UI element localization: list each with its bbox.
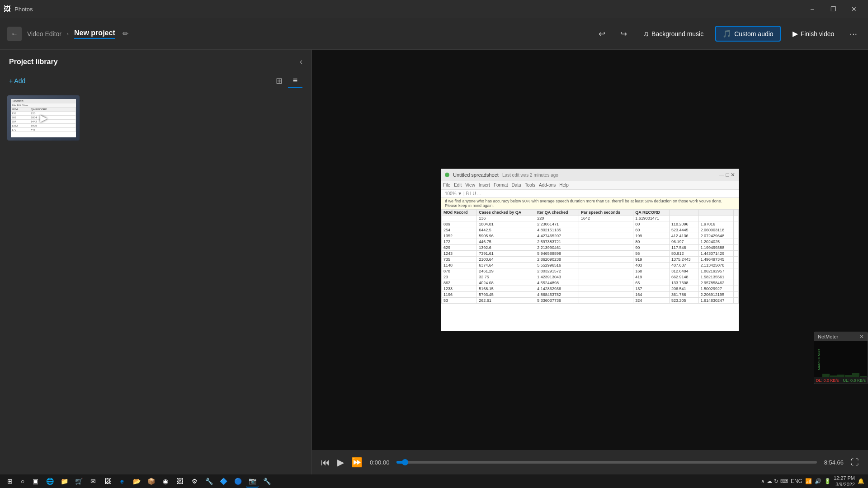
netmeter-close-button[interactable]: ✕: [859, 333, 864, 340]
system-tray-expand[interactable]: ∧: [761, 478, 765, 484]
cloud-icon[interactable]: ☁: [767, 478, 772, 484]
progress-indicator: [402, 459, 408, 465]
undo-button[interactable]: ↩: [594, 26, 610, 42]
language-indicator[interactable]: ENG: [791, 478, 802, 484]
header-qa1: [670, 210, 699, 216]
keyboard-icon[interactable]: ⌨: [780, 478, 788, 484]
volume-icon[interactable]: 🔊: [815, 478, 821, 484]
header-cases: Cases checked by QA: [477, 210, 535, 216]
dev-tools-button[interactable]: 🔧: [203, 475, 215, 488]
photos-button[interactable]: 🖼: [101, 475, 114, 488]
ext-button-1[interactable]: 🔷: [217, 475, 230, 488]
table-row: 8624024.084.5524489865133.76082.95785846…: [442, 280, 739, 286]
header-par: Par speech seconds: [579, 210, 633, 216]
list-view-button[interactable]: ≡: [288, 74, 302, 88]
project-library-header: Project library ‹: [0, 50, 311, 70]
data-menu: Data: [512, 183, 521, 188]
dropbox-button[interactable]: 📦: [145, 475, 157, 488]
table-row: 2546442.54.80215113560523.44452.06000311…: [442, 227, 739, 233]
table-row: 12335168.154.142862936137206.5411.500299…: [442, 286, 739, 292]
more-options-button[interactable]: ···: [846, 27, 861, 41]
photos-active-button[interactable]: 📷: [246, 475, 259, 488]
header-qa2: [698, 210, 733, 216]
play-button[interactable]: ▶: [337, 457, 344, 468]
play-overlay-icon: ▶: [40, 113, 47, 123]
background-music-icon: ♫: [643, 30, 649, 38]
netmeter-y-label: MAX: 0.0 MB/s: [817, 349, 821, 370]
explorer-button[interactable]: 📁: [58, 475, 71, 488]
time-display: 12:27 PM: [834, 475, 855, 481]
back-icon: ←: [11, 30, 18, 38]
search-icon: ○: [21, 478, 24, 485]
view-menu: View: [465, 183, 475, 188]
fullscreen-button[interactable]: ⛶: [851, 458, 859, 467]
wifi-icon[interactable]: 📶: [805, 478, 812, 484]
chrome-button[interactable]: ◉: [159, 475, 172, 488]
rewind-button[interactable]: ⏮: [321, 457, 330, 468]
spreadsheet-last-edit: Last edit was 2 minutes ago: [502, 173, 558, 178]
spreadsheet-menu-bar: File Edit View Insert Format Data Tools …: [441, 181, 739, 190]
close-button[interactable]: ✕: [844, 0, 864, 18]
start-icon: ⊞: [7, 478, 13, 485]
formula-bar: 100% ▼ | B I U ...: [441, 190, 739, 198]
table-row: 8091804.812.2306147180118.20961.97016: [442, 221, 739, 227]
settings-button[interactable]: ⚙: [188, 475, 201, 488]
edit-project-name-icon[interactable]: ✏: [123, 29, 128, 38]
app-name-label: Video Editor: [27, 30, 61, 38]
finish-video-button[interactable]: ▶ Finish video: [786, 27, 841, 41]
project-library-panel: Project library ‹ + Add ⊞ ≡ Untitled Fil…: [0, 50, 312, 474]
collapse-panel-button[interactable]: ‹: [300, 57, 302, 66]
progress-bar[interactable]: [396, 461, 816, 464]
video-preview-area: Untitled spreadsheet Last edit was 2 min…: [312, 50, 868, 450]
spreadsheet-titlebar: Untitled spreadsheet Last edit was 2 min…: [441, 169, 739, 181]
add-media-button[interactable]: + Add: [9, 77, 25, 84]
netmeter-header: NetMeter ✕: [814, 332, 868, 341]
clock[interactable]: 12:27 PM 3/9/2022: [834, 475, 855, 488]
store-button[interactable]: 🛒: [72, 475, 85, 488]
back-button[interactable]: ←: [7, 27, 22, 41]
custom-audio-button[interactable]: 🎵 Custom audio: [715, 26, 780, 42]
gallery-button[interactable]: 🖼: [174, 475, 186, 488]
spreadsheet-title: Untitled spreadsheet: [453, 172, 499, 178]
title-bar-left: 🖼 Photos: [4, 5, 33, 13]
background-music-button[interactable]: ♫ Background music: [637, 27, 710, 41]
table-row: 8782461.292.803291572168312.64841.862192…: [442, 268, 739, 274]
minimize-button[interactable]: –: [802, 0, 823, 18]
grid-view-button[interactable]: ⊞: [272, 74, 286, 88]
header-iter: Iter QA checked: [535, 210, 579, 216]
data-table: MOd Record Cases checked by QA Iter QA c…: [441, 209, 739, 304]
fast-forward-button[interactable]: ⏩: [351, 457, 363, 468]
library-toolbar: + Add ⊞ ≡: [0, 70, 311, 92]
teams-button[interactable]: ✉: [87, 475, 99, 488]
format-menu: Format: [494, 183, 508, 188]
file-menu: File: [443, 183, 450, 188]
redo-button[interactable]: ↪: [615, 26, 632, 42]
taskview-button[interactable]: ▣: [29, 475, 42, 488]
files-button[interactable]: 📂: [130, 475, 143, 488]
taskbar-icons-group: ▣ 🌐 📁 🛒 ✉ 🖼 e 📂 📦 ◉ 🖼 ⚙ 🔧 🔷 🔵 📷 🔧: [29, 475, 761, 488]
notification-button[interactable]: 🔔: [858, 478, 864, 484]
table-row: 13525905.964.427465207199412.41362.07242…: [442, 233, 739, 239]
edit-menu: Edit: [454, 183, 462, 188]
library-item[interactable]: Untitled File Edit View MOdQA RECORD 136…: [7, 95, 80, 141]
addons-menu: Add-ons: [539, 183, 556, 188]
ext-button-3[interactable]: 🔧: [260, 475, 273, 488]
title-bar-controls: – ❐ ✕: [802, 0, 864, 18]
breadcrumb-separator: ›: [67, 31, 69, 37]
widgets-button[interactable]: 🌐: [43, 475, 56, 488]
custom-audio-label: Custom audio: [734, 30, 773, 38]
table-row: 11486374.645.552996516403407.6372.113425…: [442, 263, 739, 268]
start-button[interactable]: ⊞: [4, 475, 16, 488]
edge-button[interactable]: e: [116, 475, 128, 488]
sync-icon[interactable]: ↻: [774, 478, 778, 484]
netmeter-widget: NetMeter ✕ MAX: 0.0 MB/s DL: 0.0 KB/s UL…: [814, 332, 868, 384]
search-button[interactable]: ○: [16, 475, 29, 488]
restore-button[interactable]: ❐: [823, 0, 844, 18]
netmeter-upload: UL: 0.0 KB/s: [843, 378, 866, 383]
battery-icon[interactable]: 🔋: [824, 478, 831, 484]
project-name-label[interactable]: New project: [74, 29, 115, 39]
current-time-display: 0:00.00: [370, 459, 389, 466]
custom-audio-icon: 🎵: [722, 29, 731, 38]
ext-button-2[interactable]: 🔵: [231, 475, 244, 488]
table-row: 6291392.62.21399046190117.5481.199499388: [442, 245, 739, 251]
